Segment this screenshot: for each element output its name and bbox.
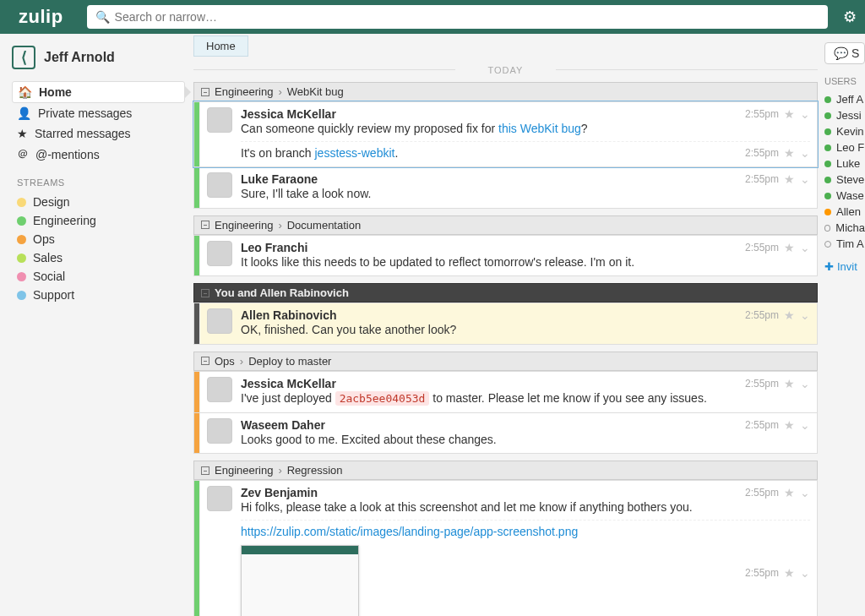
tab-home[interactable]: Home bbox=[193, 35, 248, 57]
avatar[interactable] bbox=[207, 308, 232, 334]
presence-dot-icon bbox=[824, 177, 831, 183]
collapse-icon[interactable] bbox=[201, 357, 209, 365]
sender-name[interactable]: Jessica McKellar bbox=[241, 107, 737, 121]
at-icon: ＠ bbox=[17, 147, 29, 162]
chevron-down-icon[interactable]: ⌄ bbox=[800, 377, 810, 390]
message-text: Can someone quickly review my proposed f… bbox=[241, 121, 737, 138]
message-row[interactable]: Luke Faraone Sure, I'll take a look now.… bbox=[193, 167, 818, 209]
collapse-icon[interactable] bbox=[201, 88, 209, 96]
gear-icon[interactable]: ⚙ bbox=[843, 8, 857, 26]
timestamp: 2:55pm bbox=[745, 309, 779, 321]
chevron-down-icon[interactable]: ⌄ bbox=[800, 107, 810, 121]
recipient-bar-stream[interactable]: Engineering › Documentation bbox=[193, 215, 818, 235]
chevron-down-icon[interactable]: ⌄ bbox=[800, 241, 810, 254]
star-icon[interactable]: ★ bbox=[784, 241, 795, 254]
user-list-item[interactable]: Leo F bbox=[824, 139, 865, 155]
star-icon[interactable]: ★ bbox=[784, 377, 795, 390]
message-text: Hi folks, please take a look at this scr… bbox=[241, 499, 737, 516]
user-list-item[interactable]: Luke bbox=[824, 155, 865, 172]
invite-link[interactable]: ✚ Invit bbox=[824, 260, 865, 273]
sender-name[interactable]: Luke Faraone bbox=[241, 172, 737, 186]
message-row[interactable]: Zev Benjamin Hi folks, please take a loo… bbox=[193, 480, 818, 616]
star-icon[interactable]: ★ bbox=[784, 172, 795, 186]
chevron-down-icon[interactable]: ⌄ bbox=[800, 418, 810, 432]
message-text: It's on branch jesstess-webkit. bbox=[241, 145, 745, 162]
chevron-down-icon[interactable]: ⌄ bbox=[800, 172, 810, 186]
star-icon[interactable]: ★ bbox=[784, 308, 795, 322]
user-list-item[interactable]: Tim A bbox=[824, 236, 865, 252]
sender-name[interactable]: Waseem Daher bbox=[241, 418, 737, 432]
message-link[interactable]: jesstess-webkit bbox=[315, 146, 395, 160]
chevron-down-icon[interactable]: ⌄ bbox=[800, 566, 810, 580]
star-icon[interactable]: ★ bbox=[784, 566, 795, 580]
stream-dot-icon bbox=[17, 216, 26, 226]
stream-item-engineering[interactable]: Engineering bbox=[12, 211, 185, 230]
collapse-icon[interactable] bbox=[201, 289, 209, 297]
user-list-item[interactable]: Allen bbox=[824, 204, 865, 220]
stream-dot-icon bbox=[17, 253, 26, 263]
avatar[interactable] bbox=[207, 172, 232, 198]
speech-icon: 💬 bbox=[834, 46, 848, 60]
message-link[interactable]: this WebKit bug bbox=[498, 122, 581, 135]
presence-dot-icon bbox=[824, 225, 830, 232]
right-sidebar: 💬 S USERS Jeff AJessiKevinLeo FLukeSteve… bbox=[821, 34, 865, 616]
message-link[interactable]: https://zulip.com/static/images/landing-… bbox=[241, 525, 578, 538]
user-list-item[interactable]: Micha bbox=[824, 220, 865, 236]
recipient-bar-stream[interactable]: Engineering › WebKit bug bbox=[193, 82, 818, 101]
collapse-icon[interactable] bbox=[201, 221, 209, 229]
chevron-right-icon: › bbox=[240, 355, 243, 368]
compose-button[interactable]: 💬 S bbox=[824, 42, 865, 64]
message-row[interactable]: Waseem Daher Looks good to me. Excited a… bbox=[193, 413, 818, 455]
collapse-icon[interactable] bbox=[201, 466, 209, 475]
star-icon[interactable]: ★ bbox=[784, 486, 795, 499]
message-row[interactable]: Jessica McKellar Can someone quickly rev… bbox=[193, 101, 818, 167]
avatar[interactable] bbox=[207, 486, 232, 511]
nav-item--mentions[interactable]: ＠@-mentions bbox=[12, 144, 185, 166]
star-icon[interactable]: ★ bbox=[784, 107, 795, 121]
stream-item-ops[interactable]: Ops bbox=[12, 230, 185, 248]
sender-name[interactable]: Allen Rabinovich bbox=[241, 308, 737, 322]
image-thumbnail[interactable] bbox=[241, 545, 359, 616]
search-box[interactable]: 🔍 bbox=[87, 5, 828, 29]
recipient-bar-pm[interactable]: You and Allen Rabinovich bbox=[193, 283, 818, 303]
message-row[interactable]: Allen Rabinovich OK, finished. Can you t… bbox=[193, 303, 818, 345]
message-text: Looks good to me. Excited about these ch… bbox=[241, 432, 737, 449]
avatar[interactable] bbox=[207, 241, 232, 266]
sender-name[interactable]: Jessica McKellar bbox=[241, 377, 737, 390]
sender-name[interactable]: Leo Franchi bbox=[241, 241, 737, 254]
stream-item-support[interactable]: Support bbox=[12, 286, 185, 304]
search-input[interactable] bbox=[115, 10, 819, 24]
avatar[interactable] bbox=[207, 107, 232, 133]
chevron-down-icon[interactable]: ⌄ bbox=[800, 486, 810, 499]
message-text: It looks like this needs to be updated t… bbox=[241, 254, 737, 271]
chevron-down-icon[interactable]: ⌄ bbox=[800, 308, 810, 322]
user-list-item[interactable]: Steve bbox=[824, 172, 865, 188]
presence-dot-icon bbox=[824, 209, 831, 215]
stream-item-sales[interactable]: Sales bbox=[12, 248, 185, 267]
recipient-bar-stream[interactable]: Ops › Deploy to master bbox=[193, 352, 818, 371]
chevron-down-icon[interactable]: ⌄ bbox=[800, 146, 810, 160]
current-user-row[interactable]: ⟨ Jeff Arnold bbox=[12, 46, 185, 69]
timestamp: 2:55pm bbox=[745, 147, 779, 159]
user-list-item[interactable]: Kevin bbox=[824, 123, 865, 139]
star-icon[interactable]: ★ bbox=[784, 418, 795, 432]
stream-item-design[interactable]: Design bbox=[12, 193, 185, 211]
stream-dot-icon bbox=[17, 291, 26, 300]
user-list-item[interactable]: Jessi bbox=[824, 107, 865, 123]
user-list-item[interactable]: Wase bbox=[824, 188, 865, 204]
nav-item-home[interactable]: 🏠Home bbox=[12, 81, 185, 103]
presence-dot-icon bbox=[824, 161, 831, 167]
recipient-bar-stream[interactable]: Engineering › Regression bbox=[193, 461, 818, 480]
star-icon[interactable]: ★ bbox=[784, 146, 795, 160]
presence-dot-icon bbox=[824, 193, 831, 199]
avatar[interactable] bbox=[207, 377, 232, 402]
nav-item-private-messages[interactable]: 👤Private messages bbox=[12, 103, 185, 123]
org-logo-icon: ⟨ bbox=[12, 46, 35, 69]
user-list-item[interactable]: Jeff A bbox=[824, 91, 865, 107]
message-row[interactable]: Leo Franchi It looks like this needs to … bbox=[193, 235, 818, 277]
message-row[interactable]: Jessica McKellar I've just deployed 2acb… bbox=[193, 371, 818, 413]
avatar[interactable] bbox=[207, 418, 232, 444]
nav-item-starred-messages[interactable]: ★Starred messages bbox=[12, 123, 185, 144]
stream-item-social[interactable]: Social bbox=[12, 267, 185, 286]
sender-name[interactable]: Zev Benjamin bbox=[241, 486, 737, 499]
